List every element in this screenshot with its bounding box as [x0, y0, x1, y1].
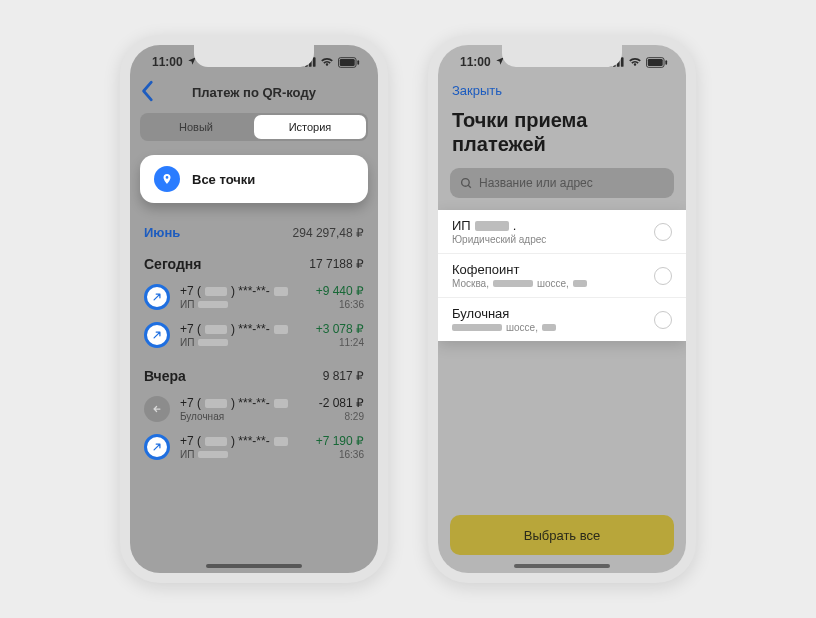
tab-new[interactable]: Новый [140, 113, 252, 141]
screen-left: 11:00 Платеж по QR-коду Новый История [130, 45, 378, 573]
txn-phone: +7 () ***-**- [180, 284, 306, 298]
option-title: Кофепоинт [452, 262, 587, 277]
home-indicator[interactable] [206, 564, 302, 568]
home-indicator[interactable] [514, 564, 610, 568]
segmented-control[interactable]: Новый История [140, 113, 368, 141]
group-header: Вчера 9 817 ₽ [130, 354, 378, 390]
txn-time: 8:29 [319, 411, 364, 422]
options-list: ИП. Юридический адрес Кофепоинт Москва,ш… [438, 210, 686, 341]
svg-line-15 [468, 185, 471, 188]
wifi-icon [628, 57, 642, 67]
option-subtitle: Москва,шоссе, [452, 278, 587, 289]
txn-phone: +7 () ***-**- [180, 434, 306, 448]
txn-time: 11:24 [316, 337, 364, 348]
transaction-row[interactable]: +7 () ***-**- ИП +3 078 ₽ 11:24 [130, 316, 378, 354]
notch [194, 45, 314, 67]
radio-icon[interactable] [654, 223, 672, 241]
screen-right: 11:00 Закрыть Точки приема платежей Назв… [438, 45, 686, 573]
svg-rect-13 [665, 60, 667, 64]
svg-point-14 [462, 178, 470, 186]
group-total: 17 7188 ₽ [309, 257, 364, 271]
close-link[interactable]: Закрыть [438, 79, 686, 102]
search-icon [460, 177, 473, 190]
svg-rect-12 [648, 58, 663, 65]
back-chevron-icon[interactable] [140, 80, 156, 106]
txn-amount: -2 081 ₽ [319, 396, 364, 410]
option-title: Булочная [452, 306, 556, 321]
option-title: ИП. [452, 218, 546, 233]
select-all-button[interactable]: Выбрать все [450, 515, 674, 555]
wifi-icon [320, 57, 334, 67]
group-name: Сегодня [144, 256, 201, 272]
phone-right: 11:00 Закрыть Точки приема платежей Назв… [428, 35, 696, 583]
option-subtitle: шоссе, [452, 322, 556, 333]
txn-time: 16:36 [316, 299, 364, 310]
radio-icon[interactable] [654, 267, 672, 285]
status-time: 11:00 [152, 55, 183, 69]
tab-history[interactable]: История [254, 115, 366, 139]
radio-icon[interactable] [654, 311, 672, 329]
transaction-row[interactable]: +7 () ***-**- ИП +9 440 ₽ 16:36 [130, 278, 378, 316]
battery-icon [338, 57, 360, 68]
group-total: 9 817 ₽ [323, 369, 364, 383]
status-time: 11:00 [460, 55, 491, 69]
svg-rect-10 [621, 57, 624, 67]
txn-phone: +7 () ***-**- [180, 396, 309, 410]
txn-source: ИП [180, 449, 306, 460]
group-name: Вчера [144, 368, 186, 384]
search-placeholder: Название или адрес [479, 176, 593, 190]
search-input[interactable]: Название или адрес [450, 168, 674, 198]
txn-amount: +3 078 ₽ [316, 322, 364, 336]
svg-rect-5 [340, 58, 355, 65]
group-header: Сегодня 17 7188 ₽ [130, 242, 378, 278]
arrow-left-icon [144, 396, 170, 422]
svg-rect-3 [313, 57, 316, 67]
option-row[interactable]: Кофепоинт Москва,шоссе, [438, 254, 686, 298]
arrow-up-icon [144, 284, 170, 310]
arrow-up-icon [144, 434, 170, 460]
page-title: Платеж по QR-коду [192, 85, 316, 100]
arrow-up-icon [144, 322, 170, 348]
all-points-label: Все точки [192, 172, 255, 187]
option-row[interactable]: ИП. Юридический адрес [438, 210, 686, 254]
option-subtitle: Юридический адрес [452, 234, 546, 245]
option-row[interactable]: Булочная шоссе, [438, 298, 686, 341]
month-name[interactable]: Июнь [144, 225, 180, 240]
svg-rect-6 [357, 60, 359, 64]
txn-amount: +7 190 ₽ [316, 434, 364, 448]
phone-left: 11:00 Платеж по QR-коду Новый История [120, 35, 388, 583]
month-total: 294 297,48 ₽ [293, 226, 364, 240]
transaction-row[interactable]: +7 () ***-**- Булочная -2 081 ₽ 8:29 [130, 390, 378, 428]
transaction-row[interactable]: +7 () ***-**- ИП +7 190 ₽ 16:36 [130, 428, 378, 466]
txn-source: ИП [180, 299, 306, 310]
month-row[interactable]: Июнь 294 297,48 ₽ [130, 217, 378, 242]
battery-icon [646, 57, 668, 68]
all-points-card[interactable]: Все точки [140, 155, 368, 203]
txn-phone: +7 () ***-**- [180, 322, 306, 336]
txn-source: ИП [180, 337, 306, 348]
txn-amount: +9 440 ₽ [316, 284, 364, 298]
notch [502, 45, 622, 67]
nav-bar: Платеж по QR-коду [130, 77, 378, 107]
page-title: Точки приема платежей [438, 102, 686, 168]
pin-icon [154, 166, 180, 192]
txn-source: Булочная [180, 411, 309, 422]
txn-time: 16:36 [316, 449, 364, 460]
